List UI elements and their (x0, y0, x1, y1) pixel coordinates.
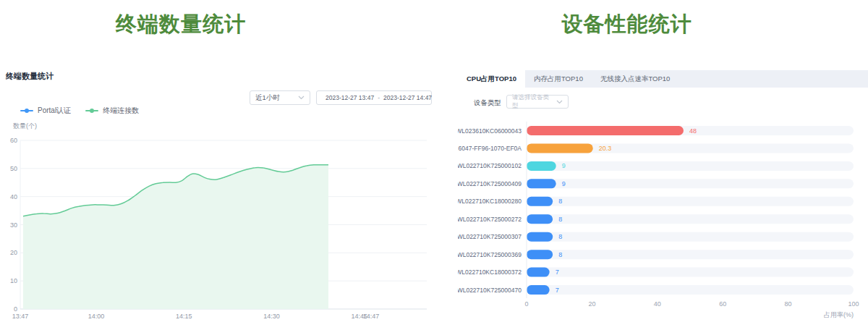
bar (527, 126, 684, 135)
device-type-placeholder: 请选择设备类型 (512, 93, 552, 111)
chevron-down-icon (298, 96, 305, 100)
bar (527, 197, 553, 206)
bar-category-label: WL023610KC06000043 (458, 127, 522, 135)
bar-category-label: WL022710K725000470 (458, 287, 522, 294)
y-tick-label: 10 (10, 277, 17, 284)
bar-category-label: WL022710KC18000372 (458, 268, 522, 276)
legend-item-portal-auth[interactable]: Portal认证 (20, 106, 71, 116)
bar-category-label: WL022710K725000369 (458, 251, 522, 258)
x-tick-label: 80 (785, 300, 792, 308)
date-range-picker[interactable]: 2023-12-27 13:47 - 2023-12-27 14:47 (316, 90, 432, 105)
y-tick-label: 60 (10, 137, 17, 144)
y-tick-label: 20 (10, 249, 17, 256)
bar-category-label: WL022710K725000409 (458, 180, 522, 187)
performance-tabs: CPU占用TOP10 内存占用TOP10 无线接入点速率TOP10 (458, 70, 868, 88)
x-tick-label: 60 (719, 300, 726, 308)
bar (527, 214, 553, 224)
area-fill (23, 165, 328, 309)
x-tick-label: 14:15 (176, 313, 192, 320)
bar-track (527, 161, 854, 171)
bar-category-label: WL022710K725000102 (458, 162, 522, 169)
bar-value-label: 9 (562, 162, 566, 169)
y-axis-title: 数量(个) (13, 122, 37, 131)
tab-wireless-ap-rate-top10[interactable]: 无线接入点速率TOP10 (592, 70, 678, 88)
tab-memory-top10[interactable]: 内存占用TOP10 (525, 70, 592, 88)
y-tick-label: 30 (10, 221, 17, 229)
x-tick-label: 0 (524, 300, 528, 308)
bar (527, 268, 550, 277)
bar-track (527, 214, 854, 224)
bar-track (527, 232, 854, 242)
device-type-select[interactable]: 请选择设备类型 (506, 95, 569, 109)
bar-track (527, 197, 854, 206)
y-tick-label: 0 (14, 305, 17, 313)
x-tick-label: 14:47 (363, 313, 380, 320)
bar-value-label: 8 (558, 251, 562, 258)
bar (527, 161, 556, 171)
bar-value-label: 8 (558, 198, 562, 205)
chart-legend: Portal认证 终端连接数 (20, 106, 139, 116)
x-axis-title: 占用率(%) (824, 311, 854, 318)
bar-category-label: 6047-FF96-1070-EF0A (459, 145, 522, 152)
bar-value-label: 8 (558, 233, 562, 240)
bar (527, 179, 556, 188)
tab-cpu-top10[interactable]: CPU占用TOP10 (458, 70, 525, 88)
legend-label: Portal认证 (38, 106, 71, 116)
legend-marker (20, 110, 33, 111)
date-range-end: 2023-12-27 14:47 (383, 94, 432, 101)
bar-track (527, 285, 854, 295)
y-tick-label: 50 (10, 165, 17, 172)
bar-value-label: 48 (689, 127, 697, 135)
x-tick-label: 13:47 (12, 313, 29, 320)
date-range-separator: - (378, 94, 380, 101)
right-section-title: 设备性能统计 (458, 10, 796, 39)
chevron-down-icon (556, 100, 563, 104)
bar-category-label: WL022710K725000307 (458, 233, 522, 240)
cpu-top10-bar-chart: WL023610KC06000043486047-FF96-1070-EF0A2… (458, 116, 868, 330)
bar-value-label: 7 (556, 287, 559, 294)
x-tick-label: 20 (588, 300, 595, 308)
bar-track (527, 179, 854, 188)
terminal-count-area-chart: 010203040506013:4714:0014:1514:3014:4514… (0, 135, 434, 330)
bar-value-label: 20.3 (599, 145, 612, 152)
time-range-value: 近1小时 (255, 93, 294, 103)
x-tick-label: 14:00 (88, 313, 105, 320)
bar-category-label: WL022710K725000272 (458, 216, 522, 223)
left-section-title: 终端数量统计 (0, 10, 362, 39)
x-tick-label: 40 (654, 300, 661, 308)
x-tick-label: 100 (848, 300, 859, 308)
dashboard: 终端数量统计 终端数量统计 近1小时 2023-12-27 13:47 - 20… (0, 0, 868, 330)
y-tick-label: 40 (10, 193, 17, 200)
bar-track (527, 250, 854, 259)
legend-marker (85, 110, 98, 111)
bar-track (527, 268, 854, 277)
date-range-start: 2023-12-27 13:47 (326, 94, 374, 101)
time-range-select[interactable]: 近1小时 (250, 90, 310, 105)
bar (527, 285, 550, 295)
device-type-label: 设备类型 (474, 98, 501, 108)
legend-label: 终端连接数 (103, 106, 139, 116)
bar-value-label: 9 (562, 180, 566, 187)
bar-value-label: 7 (556, 268, 559, 276)
left-panel-title: 终端数量统计 (6, 71, 54, 82)
bar (527, 143, 593, 153)
bar-value-label: 8 (558, 216, 562, 223)
legend-item-terminal-connections[interactable]: 终端连接数 (85, 106, 139, 116)
bar (527, 250, 553, 259)
x-tick-label: 14:30 (263, 313, 280, 320)
bar-category-label: WL022710KC18000280 (458, 198, 522, 205)
bar (527, 232, 553, 242)
